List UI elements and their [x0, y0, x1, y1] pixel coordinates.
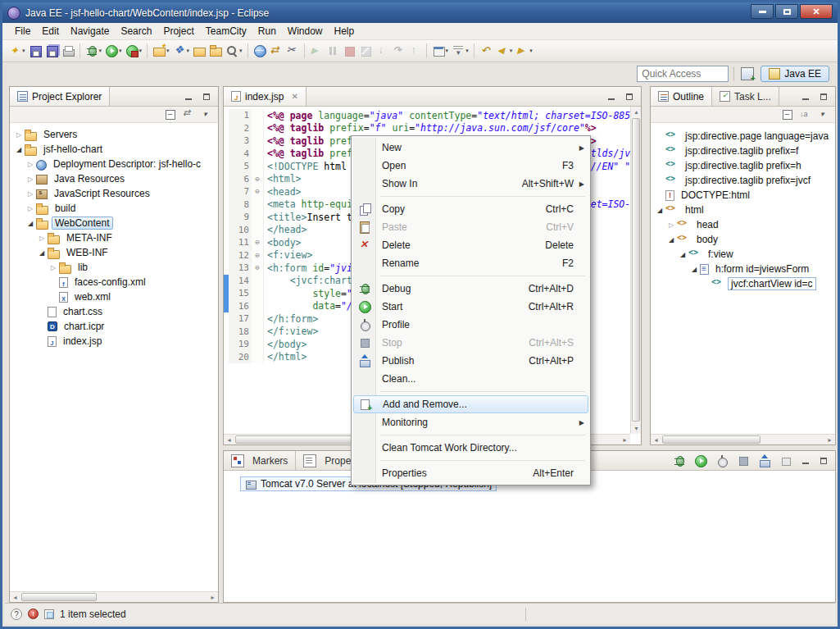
minimize-view-button[interactable] — [799, 455, 812, 467]
collapse-all-icon[interactable] — [783, 110, 792, 120]
save-all-button[interactable] — [43, 42, 60, 60]
close-button[interactable]: ✕ — [800, 4, 833, 19]
project-explorer-tree-item[interactable]: ▷Java Resources — [10, 171, 218, 186]
start-server-button[interactable] — [692, 452, 709, 470]
outline-tree-item[interactable]: jsp:directive.page language=java — [651, 129, 835, 144]
web-browser-button[interactable] — [252, 42, 268, 60]
dropdown-arrow-icon[interactable]: ▾ — [166, 48, 170, 54]
scroll-right-icon[interactable]: ▸ — [620, 435, 630, 445]
code-text[interactable]: <%@ taglib prefix="f" uri="http://java.s… — [264, 122, 597, 134]
console-button[interactable]: ▾ — [430, 42, 451, 60]
menu-item-clean[interactable]: Clean... — [353, 370, 588, 388]
project-explorer-tree-item[interactable]: ▷JavaScript Resources — [10, 186, 218, 201]
code-text[interactable]: <html> — [264, 173, 302, 185]
menu-item-publish[interactable]: PublishCtrl+Alt+P — [353, 352, 588, 370]
collapsed-arrow-icon[interactable]: ▷ — [13, 131, 25, 139]
menu-item-rename[interactable]: RenameF2 — [353, 254, 588, 272]
outline-tree-item[interactable]: ◢body — [651, 232, 835, 247]
code-text[interactable]: </h:form> — [264, 313, 318, 325]
open-folder-button[interactable] — [191, 42, 207, 60]
run-external-button[interactable]: ▾ — [124, 42, 144, 60]
maximize-button[interactable] — [775, 4, 798, 19]
outline-tree-item[interactable]: ▷head — [651, 217, 835, 232]
clean-server-button[interactable] — [778, 452, 794, 470]
collapse-all-icon[interactable] — [166, 110, 175, 120]
dropdown-arrow-icon[interactable]: ▾ — [529, 48, 533, 54]
forward-button[interactable]: ▾ — [514, 42, 534, 60]
code-text[interactable]: <body> — [264, 237, 302, 248]
fold-marker-icon[interactable]: ⊖ — [252, 236, 264, 249]
titlebar[interactable]: Java EE - jsf-hello-chart/WebContent/ind… — [2, 2, 838, 23]
outline-tree-item[interactable]: jsp:directive.taglib prefix=jvcf — [651, 173, 835, 188]
collapsed-arrow-icon[interactable]: ▷ — [36, 235, 48, 242]
menu-item-debug[interactable]: DebugCtrl+Alt+D — [353, 280, 588, 298]
code-text[interactable]: </body> — [264, 339, 306, 350]
scroll-left-icon[interactable]: ◂ — [224, 435, 234, 445]
outline-hscrollbar[interactable]: ◂ ▸ — [651, 434, 835, 444]
project-explorer-tree-item[interactable]: ◢jsf-hello-chart — [10, 142, 218, 157]
menu-item-open[interactable]: OpenF3 — [353, 157, 588, 175]
menu-item-add-and-remove[interactable]: Add and Remove... — [353, 395, 588, 413]
outline-tree-item[interactable]: ◢f:view — [651, 247, 835, 262]
tab-project-explorer[interactable]: Project Explorer — [10, 87, 110, 106]
link-with-editor-icon[interactable] — [183, 109, 194, 121]
publish-server-button[interactable] — [756, 452, 773, 470]
sort-icon[interactable] — [800, 110, 811, 120]
minimize-editor-button[interactable] — [605, 91, 618, 103]
outline-tree-item[interactable]: DOCTYPE:html — [651, 188, 835, 203]
collapsed-arrow-icon[interactable]: ▷ — [25, 161, 36, 168]
view-menu-icon[interactable] — [202, 110, 211, 120]
debug-server-button[interactable] — [671, 452, 688, 470]
menu-item-clean-tomcat-work-directory[interactable]: Clean Tomcat Work Directory... — [353, 439, 588, 457]
code-text[interactable]: </html> — [264, 351, 306, 362]
expanded-arrow-icon[interactable]: ◢ — [654, 207, 665, 214]
menu-run[interactable]: Run — [252, 24, 282, 39]
maximize-view-button[interactable] — [200, 91, 213, 103]
menu-item-delete[interactable]: DeleteDelete — [353, 236, 588, 254]
expanded-arrow-icon[interactable]: ◢ — [13, 146, 25, 153]
editor-vscrollbar[interactable]: ▴ ▾ — [630, 107, 641, 434]
outline-tree-item[interactable]: ◢html — [651, 203, 835, 217]
search-button[interactable]: ▾ — [224, 42, 244, 60]
quick-access-input[interactable] — [637, 66, 729, 82]
collapsed-arrow-icon[interactable]: ▷ — [48, 264, 59, 271]
menu-item-new[interactable]: New▶ — [353, 139, 588, 157]
tab-index-jsp[interactable]: index.jsp ✕ — [224, 87, 306, 106]
menu-project[interactable]: Project — [157, 24, 199, 39]
project-explorer-tree-item[interactable]: ▷lib — [10, 260, 218, 275]
code-text[interactable]: <%@ page language="java" contentType="te… — [264, 110, 630, 121]
code-text[interactable]: </head> — [264, 224, 306, 235]
dropdown-arrow-icon[interactable]: ▾ — [187, 48, 190, 54]
maximize-view-button[interactable] — [817, 91, 830, 103]
menu-edit[interactable]: Edit — [36, 24, 65, 39]
open-perspective-button[interactable] — [739, 66, 756, 82]
dropdown-arrow-icon[interactable]: ▾ — [239, 48, 243, 54]
expanded-arrow-icon[interactable]: ◢ — [25, 220, 36, 227]
dropdown-arrow-icon[interactable]: ▾ — [22, 48, 25, 54]
menu-item-properties[interactable]: PropertiesAlt+Enter — [353, 464, 588, 482]
collapsed-arrow-icon[interactable]: ▷ — [665, 221, 677, 229]
project-explorer-tree-item[interactable]: chart.css — [10, 304, 218, 319]
project-explorer-tree-item[interactable]: index.jsp — [10, 334, 218, 349]
synchronize-button[interactable] — [268, 42, 284, 60]
menu-window[interactable]: Window — [282, 24, 329, 39]
project-explorer-tree-item[interactable]: faces-config.xml — [10, 275, 218, 289]
last-edit-button[interactable] — [478, 42, 494, 60]
outline-tree-item[interactable]: jvcf:chartView id=c — [651, 276, 835, 291]
save-button[interactable] — [27, 42, 43, 60]
help-icon[interactable]: ? — [11, 608, 22, 620]
cut-button[interactable] — [284, 42, 301, 60]
menu-item-copy[interactable]: CopyCtrl+C — [353, 200, 588, 218]
expanded-arrow-icon[interactable]: ◢ — [677, 251, 688, 258]
tab-markers[interactable]: Markers — [224, 451, 296, 470]
project-explorer-tree-item[interactable]: web.xml — [10, 289, 218, 304]
minimize-view-button[interactable] — [799, 91, 812, 103]
scroll-left-icon[interactable]: ◂ — [10, 592, 20, 603]
fold-marker-icon[interactable]: ⊖ — [252, 262, 264, 275]
menu-item-show-in[interactable]: Show InAlt+Shift+W▶ — [353, 175, 588, 193]
minimize-button[interactable] — [751, 4, 774, 19]
back-button[interactable]: ▾ — [494, 42, 515, 60]
tab-task-list[interactable]: Task L... — [712, 87, 779, 106]
new-button[interactable]: ▾ — [7, 42, 27, 60]
menu-help[interactable]: Help — [329, 24, 361, 39]
